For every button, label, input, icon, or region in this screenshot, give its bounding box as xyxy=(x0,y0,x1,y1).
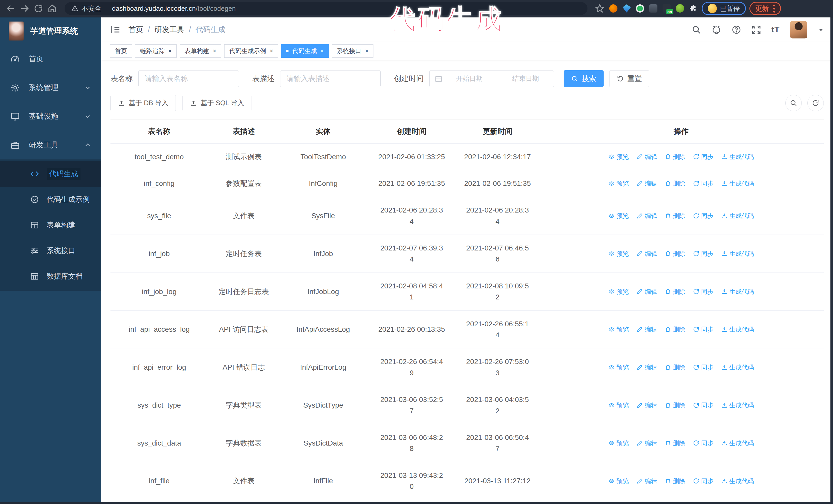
sidebar-item-infra[interactable]: 基础设施 xyxy=(0,102,101,131)
refresh-table-button[interactable] xyxy=(807,95,824,111)
preview-link[interactable]: 预览 xyxy=(609,211,629,220)
help-icon[interactable] xyxy=(732,25,741,34)
delete-link[interactable]: 删除 xyxy=(665,438,685,448)
sidebar-item-db-doc[interactable]: 数据库文档 xyxy=(0,264,101,289)
edit-link[interactable]: 编辑 xyxy=(637,362,657,372)
preview-link[interactable]: 预览 xyxy=(609,287,629,296)
extension-grid-icon[interactable] xyxy=(648,4,658,13)
edit-link[interactable]: 编辑 xyxy=(637,179,657,188)
close-icon[interactable]: × xyxy=(168,48,172,54)
generate-code-link[interactable]: 生成代码 xyxy=(721,438,754,448)
preview-link[interactable]: 预览 xyxy=(609,362,629,372)
preview-link[interactable]: 预览 xyxy=(609,438,629,448)
tab-2[interactable]: 链路追踪× xyxy=(135,44,176,58)
tab-5[interactable]: 代码生成× xyxy=(281,44,329,58)
sidebar-item-codegen-example[interactable]: 代码生成示例 xyxy=(0,187,101,212)
preview-link[interactable]: 预览 xyxy=(609,401,629,410)
browser-reload-icon[interactable] xyxy=(33,3,44,14)
date-range-picker[interactable]: 开始日期 - 结束日期 xyxy=(429,70,554,87)
extension-blue-gem-icon[interactable] xyxy=(622,4,632,13)
edit-link[interactable]: 编辑 xyxy=(637,325,657,334)
edit-link[interactable]: 编辑 xyxy=(637,476,657,486)
close-icon[interactable]: × xyxy=(320,48,324,54)
url-text[interactable]: dashboard.yudao.iocoder.cn/tool/codegen xyxy=(112,5,236,13)
tab-4[interactable]: 代码生成示例× xyxy=(224,44,278,58)
search-icon[interactable] xyxy=(691,25,701,34)
sync-link[interactable]: 同步 xyxy=(693,401,714,410)
address-bar[interactable]: 不安全 dashboard.yudao.iocoder.cn/tool/code… xyxy=(65,2,588,15)
browser-back-icon[interactable] xyxy=(6,3,16,14)
sync-link[interactable]: 同步 xyxy=(693,211,714,220)
text-size-icon[interactable]: tT xyxy=(771,25,780,34)
sync-link[interactable]: 同步 xyxy=(693,287,714,296)
sync-link[interactable]: 同步 xyxy=(693,152,714,162)
sidebar-item-home[interactable]: 首页 xyxy=(0,45,101,73)
generate-code-link[interactable]: 生成代码 xyxy=(721,152,754,162)
window-scrollbar[interactable] xyxy=(830,18,833,504)
profile-paused-chip[interactable]: 已暂停 xyxy=(702,2,746,15)
edit-link[interactable]: 编辑 xyxy=(637,401,657,410)
sidebar-item-devtools[interactable]: 研发工具 xyxy=(0,131,101,160)
user-avatar[interactable] xyxy=(790,21,807,39)
breadcrumb-devtools[interactable]: 研发工具 xyxy=(154,25,184,35)
search-button[interactable]: 搜索 xyxy=(564,70,603,87)
delete-link[interactable]: 删除 xyxy=(665,287,685,296)
extensions-puzzle-icon[interactable] xyxy=(688,4,698,13)
tab-1[interactable]: 首页 xyxy=(110,44,132,58)
delete-link[interactable]: 删除 xyxy=(665,362,685,372)
sidebar-item-codegen[interactable]: 代码生成 xyxy=(0,161,101,187)
fullscreen-icon[interactable] xyxy=(752,25,761,34)
sync-link[interactable]: 同步 xyxy=(693,179,714,188)
db-import-button[interactable]: 基于 DB 导入 xyxy=(111,95,176,111)
generate-code-link[interactable]: 生成代码 xyxy=(721,325,754,334)
toggle-search-button[interactable] xyxy=(785,95,802,111)
table-name-input[interactable] xyxy=(138,70,239,87)
sidebar-toggle-icon[interactable] xyxy=(110,24,121,35)
edit-link[interactable]: 编辑 xyxy=(637,287,657,296)
generate-code-link[interactable]: 生成代码 xyxy=(721,179,754,188)
preview-link[interactable]: 预览 xyxy=(609,325,629,334)
start-date-placeholder[interactable]: 开始日期 xyxy=(447,74,492,83)
sync-link[interactable]: 同步 xyxy=(693,362,714,372)
delete-link[interactable]: 删除 xyxy=(665,401,685,410)
edit-link[interactable]: 编辑 xyxy=(637,438,657,448)
edit-link[interactable]: 编辑 xyxy=(637,152,657,162)
table-desc-input[interactable] xyxy=(280,70,381,87)
preview-link[interactable]: 预览 xyxy=(609,179,629,188)
close-icon[interactable]: × xyxy=(270,48,273,54)
reset-button[interactable]: 重置 xyxy=(609,70,649,87)
sync-link[interactable]: 同步 xyxy=(693,249,714,258)
generate-code-link[interactable]: 生成代码 xyxy=(721,287,754,296)
delete-link[interactable]: 删除 xyxy=(665,476,685,486)
extension-dark-on-icon[interactable]: on xyxy=(662,4,671,13)
sql-import-button[interactable]: 基于 SQL 导入 xyxy=(183,95,252,111)
close-icon[interactable]: × xyxy=(213,48,216,54)
generate-code-link[interactable]: 生成代码 xyxy=(721,476,754,486)
sidebar-item-form-builder[interactable]: 表单构建 xyxy=(0,212,101,238)
close-icon[interactable]: × xyxy=(365,48,368,54)
generate-code-link[interactable]: 生成代码 xyxy=(721,211,754,220)
breadcrumb-home[interactable]: 首页 xyxy=(128,25,143,35)
sync-link[interactable]: 同步 xyxy=(693,438,714,448)
generate-code-link[interactable]: 生成代码 xyxy=(721,249,754,258)
bookmark-star-icon[interactable] xyxy=(595,3,605,14)
browser-home-icon[interactable] xyxy=(47,3,57,14)
extension-green-alien-icon[interactable] xyxy=(675,4,685,13)
tab-6[interactable]: 系统接口× xyxy=(332,44,374,58)
extension-orange-icon[interactable] xyxy=(609,4,618,13)
tab-3[interactable]: 表单构建× xyxy=(180,44,221,58)
sync-link[interactable]: 同步 xyxy=(693,325,714,334)
delete-link[interactable]: 删除 xyxy=(665,179,685,188)
sidebar-item-system-api[interactable]: 系统接口 xyxy=(0,238,101,264)
security-warning[interactable]: 不安全 xyxy=(71,4,101,13)
delete-link[interactable]: 删除 xyxy=(665,325,685,334)
preview-link[interactable]: 预览 xyxy=(609,249,629,258)
delete-link[interactable]: 删除 xyxy=(665,211,685,220)
sidebar-item-system[interactable]: 系统管理 xyxy=(0,73,101,102)
delete-link[interactable]: 删除 xyxy=(665,249,685,258)
app-logo[interactable]: 芋道管理系统 xyxy=(0,18,101,45)
sync-link[interactable]: 同步 xyxy=(693,476,714,486)
preview-link[interactable]: 预览 xyxy=(609,152,629,162)
generate-code-link[interactable]: 生成代码 xyxy=(721,401,754,410)
edit-link[interactable]: 编辑 xyxy=(637,211,657,220)
